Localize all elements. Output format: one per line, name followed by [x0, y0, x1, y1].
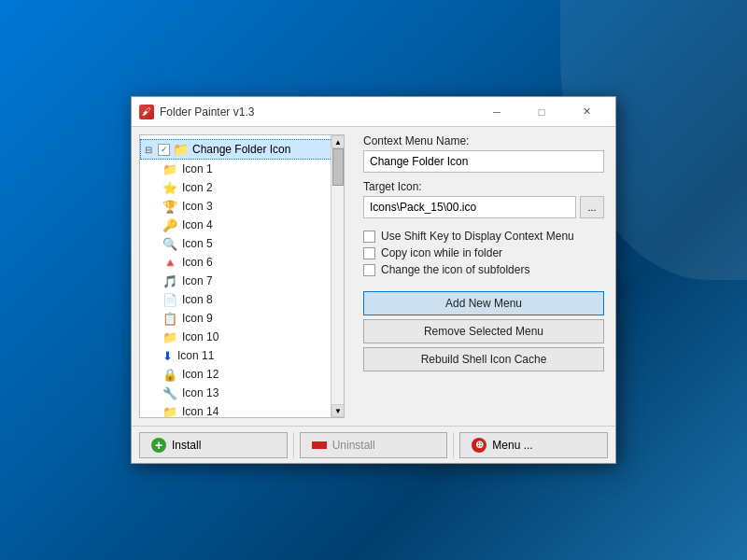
copy-icon-checkbox[interactable] [363, 247, 375, 259]
options-checkboxes: Use Shift Key to Display Context Menu Co… [363, 230, 604, 276]
item-label-4: Icon 4 [182, 218, 213, 231]
item-icon-13: 🔧 [162, 386, 177, 400]
item-icon-12: 🔒 [162, 368, 177, 382]
scrollbar-up-arrow[interactable]: ▲ [331, 135, 345, 148]
shift-key-checkbox[interactable] [363, 231, 375, 243]
list-item[interactable]: 🔺 Icon 6 [140, 253, 344, 272]
scrollbar-down-arrow[interactable]: ▼ [331, 404, 345, 417]
uninstall-icon [312, 441, 327, 449]
add-new-menu-button[interactable]: Add New Menu [363, 291, 604, 315]
window-title: Folder Painter v1.3 [160, 105, 475, 119]
subfolders-label: Change the icon of subfolders [381, 263, 529, 276]
right-panel: Context Menu Name: Target Icon: ... Use … [352, 127, 615, 426]
item-icon-8: 📄 [162, 293, 177, 307]
list-item[interactable]: 🔑 Icon 4 [140, 216, 344, 234]
tree-inner: ⊟ ✓ 📁 Change Folder Icon 📁 Icon 1 ⭐ Icon… [140, 135, 344, 417]
checkbox-row-subfolders[interactable]: Change the icon of subfolders [363, 263, 604, 276]
item-icon-5: 🔍 [162, 237, 177, 251]
item-icon-7: 🎵 [162, 274, 177, 288]
context-menu-name-group: Context Menu Name: [363, 134, 604, 173]
item-label-6: Icon 6 [182, 256, 213, 269]
window-controls: ─ □ ✕ [475, 101, 608, 123]
tree-root-item[interactable]: ⊟ ✓ 📁 Change Folder Icon [140, 139, 344, 160]
item-icon-9: 📋 [162, 312, 177, 326]
item-label-7: Icon 7 [182, 274, 213, 287]
list-item[interactable]: 📄 Icon 8 [140, 290, 344, 309]
expand-icon: ⊟ [145, 145, 156, 155]
uninstall-label: Uninstall [332, 439, 375, 452]
title-bar: 🖌 Folder Painter v1.3 ─ □ ✕ [132, 97, 615, 127]
copy-icon-label: Copy icon while in folder [381, 246, 502, 259]
rebuild-shell-button[interactable]: Rebuild Shell Icon Cache [363, 347, 604, 371]
item-label-13: Icon 13 [182, 386, 218, 399]
divider-1 [293, 432, 294, 458]
item-icon-3: 🏆 [162, 200, 177, 214]
action-buttons: Add New Menu Remove Selected Menu Rebuil… [363, 291, 604, 371]
item-icon-14: 📁 [162, 405, 177, 418]
list-item[interactable]: 📁 Icon 14 [140, 402, 344, 417]
target-icon-group: Target Icon: ... [363, 180, 604, 218]
checkbox-row-copy[interactable]: Copy icon while in folder [363, 246, 604, 259]
item-label-8: Icon 8 [182, 293, 213, 306]
list-item[interactable]: 📋 Icon 9 [140, 309, 344, 328]
main-content: ⊟ ✓ 📁 Change Folder Icon 📁 Icon 1 ⭐ Icon… [132, 127, 615, 426]
item-label-11: Icon 11 [177, 349, 214, 362]
list-item[interactable]: 🔧 Icon 13 [140, 384, 344, 402]
browse-button[interactable]: ... [580, 196, 604, 218]
item-label-9: Icon 9 [182, 312, 213, 325]
context-menu-label: Context Menu Name: [363, 134, 604, 147]
target-icon-label: Target Icon: [363, 180, 604, 193]
list-item[interactable]: 🔒 Icon 12 [140, 365, 344, 384]
app-icon: 🖌 [139, 105, 154, 119]
tree-root-label: Change Folder Icon [192, 143, 290, 156]
remove-selected-menu-button[interactable]: Remove Selected Menu [363, 319, 604, 343]
list-item[interactable]: ⭐ Icon 2 [140, 178, 344, 197]
maximize-button[interactable]: □ [520, 101, 563, 123]
item-label-1: Icon 1 [182, 162, 213, 175]
divider-2 [453, 432, 454, 458]
menu-button[interactable]: ⊕ Menu ... [459, 432, 608, 458]
main-window: 🖌 Folder Painter v1.3 ─ □ ✕ ⊟ ✓ 📁 Change… [131, 96, 616, 464]
scrollbar-thumb[interactable] [332, 148, 344, 186]
list-item[interactable]: 📁 Icon 10 [140, 328, 344, 346]
item-label-3: Icon 3 [182, 200, 213, 213]
item-label-14: Icon 14 [182, 405, 218, 417]
target-icon-input[interactable] [363, 196, 576, 218]
subfolders-checkbox[interactable] [363, 264, 375, 276]
bottom-bar: + Install Uninstall ⊕ Menu ... [132, 426, 615, 463]
root-checkbox[interactable]: ✓ [158, 144, 170, 156]
context-menu-input[interactable] [363, 150, 604, 173]
list-item[interactable]: 🔍 Icon 5 [140, 234, 344, 253]
list-item[interactable]: 📁 Icon 1 [140, 160, 344, 178]
root-folder-icon: 📁 [173, 142, 189, 157]
tree-scrollbar[interactable]: ▲ ▼ [331, 135, 344, 417]
minimize-button[interactable]: ─ [475, 101, 518, 123]
list-item[interactable]: ⬇ Icon 11 [140, 346, 344, 365]
install-label: Install [172, 439, 201, 452]
item-icon-6: 🔺 [162, 256, 177, 270]
tree-panel: ⊟ ✓ 📁 Change Folder Icon 📁 Icon 1 ⭐ Icon… [139, 134, 345, 418]
install-button[interactable]: + Install [139, 432, 288, 458]
menu-icon: ⊕ [472, 438, 486, 453]
target-icon-row: ... [363, 196, 604, 218]
item-icon-2: ⭐ [162, 181, 177, 195]
checkbox-row-shift[interactable]: Use Shift Key to Display Context Menu [363, 230, 604, 243]
item-label-10: Icon 10 [182, 330, 218, 343]
shift-key-label: Use Shift Key to Display Context Menu [381, 230, 574, 243]
menu-label: Menu ... [492, 439, 532, 452]
install-icon: + [151, 438, 166, 453]
list-item[interactable]: 🎵 Icon 7 [140, 272, 344, 290]
item-label-5: Icon 5 [182, 237, 213, 250]
item-icon-10: 📁 [162, 330, 177, 344]
item-label-2: Icon 2 [182, 181, 213, 194]
item-icon-1: 📁 [162, 162, 177, 176]
list-item[interactable]: 🏆 Icon 3 [140, 197, 344, 216]
item-label-12: Icon 12 [182, 368, 218, 381]
uninstall-button[interactable]: Uninstall [300, 432, 448, 458]
close-button[interactable]: ✕ [565, 101, 608, 123]
item-icon-11: ⬇ [162, 349, 173, 363]
item-icon-4: 🔑 [162, 218, 177, 232]
